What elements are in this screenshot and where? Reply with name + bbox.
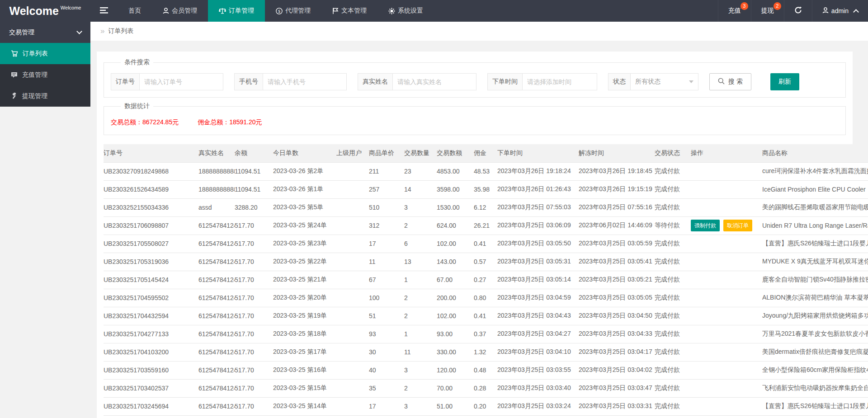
unfreeze-time-cell: 2023年03月26日 19:15:19	[579, 180, 655, 198]
trade-status-cell: 完成付款	[655, 289, 691, 307]
today-orders-cell: 2023-03-25 第14单	[273, 397, 336, 415]
order-time-cell: 2023年03月25日 03:06:09	[497, 216, 579, 235]
order-no-input[interactable]	[140, 73, 223, 90]
commission-cell: 6.12	[474, 198, 497, 216]
order-time-input[interactable]	[523, 73, 597, 90]
real-name-field: 真实姓名	[358, 73, 476, 90]
refresh-icon	[794, 6, 802, 15]
sidebar-collapse-button[interactable]	[90, 0, 118, 22]
sidebar-item-order-list[interactable]: 订单列表	[0, 43, 90, 64]
trade-status-cell: 完成付款	[655, 162, 691, 180]
unit-price-cell: 93	[369, 325, 404, 343]
order-time-cell: 2023年03月25日 03:05:31	[497, 253, 579, 271]
commission-cell: 35.98	[474, 180, 497, 198]
phone-input[interactable]	[263, 73, 347, 90]
order-time-cell: 2023年03月25日 03:03:40	[497, 379, 579, 397]
balance-cell: 11094.51	[235, 162, 273, 180]
svg-text:$: $	[278, 9, 281, 13]
breadcrumb: » 订单列表	[90, 22, 868, 41]
nav-item-members[interactable]: 会员管理	[152, 0, 208, 22]
real-name-cell: assd	[198, 198, 235, 216]
stats-panel-legend: 数据统计	[121, 102, 153, 110]
order-no-cell: UB2303251706098807	[104, 216, 198, 235]
sidebar-group-trade[interactable]: 交易管理	[0, 22, 90, 43]
nav-item-agents[interactable]: $ 代理管理	[265, 0, 321, 22]
product-name-cell: MYDUKE X 9真无线蓝牙耳机双耳迷你隐形	[762, 253, 868, 271]
product-name-cell: ALBION澳尔滨荷荷巴精华油 草本凝萃全身	[762, 289, 868, 307]
chevron-down-icon	[76, 28, 82, 34]
commission-cell: 0.20	[474, 397, 497, 415]
sidebar-group-label: 交易管理	[9, 28, 34, 37]
real-name-cell: 61254784124	[198, 235, 235, 253]
status-select[interactable]: 所有状态	[631, 73, 698, 90]
unit-price-cell: 17	[369, 235, 404, 253]
sidebar-item-recharge[interactable]: 充值管理	[0, 64, 90, 85]
nav-item-orders[interactable]: 订单管理	[208, 0, 265, 22]
today-orders-cell: 2023-03-25 第18单	[273, 325, 336, 343]
real-name-cell: 61254784124	[198, 325, 235, 343]
actions-cell	[691, 253, 762, 271]
refresh-button[interactable]: 刷新	[770, 73, 799, 90]
balance-cell: 11094.51	[235, 180, 273, 198]
force-pay-button[interactable]: 强制付款	[691, 220, 720, 231]
scales-icon	[219, 8, 226, 14]
cart-icon	[11, 50, 18, 57]
table-row: UB230325170309622761254784124517.702023-…	[104, 415, 868, 418]
today-orders-cell: 2023-03-25 第17单	[273, 343, 336, 361]
unit-price-cell: 17	[369, 397, 404, 415]
refresh-page-button[interactable]	[784, 0, 812, 22]
commission-cell: 0.80	[474, 289, 497, 307]
actions-cell	[691, 415, 762, 418]
real-name-input[interactable]	[393, 73, 476, 90]
parent-user-cell	[336, 235, 369, 253]
chevron-up-icon	[853, 9, 859, 15]
balance-cell: 517.70	[235, 271, 273, 289]
commission-cell: 0.48	[474, 361, 497, 379]
sidebar-item-label: 充值管理	[22, 71, 47, 79]
real-name-cell: 18888888888	[198, 162, 235, 180]
admin-username: admin	[831, 7, 849, 14]
commission-cell: 0.28	[474, 379, 497, 397]
trade-qty-cell: 6	[404, 235, 437, 253]
balance-cell: 3288.20	[235, 198, 273, 216]
trade-status-cell: 完成付款	[655, 180, 691, 198]
search-button[interactable]: 搜 索	[709, 73, 751, 90]
parent-user-cell	[336, 325, 369, 343]
table-row: UB230325170427713361254784124517.702023-…	[104, 325, 868, 343]
withdraw-button[interactable]: 提现 2	[751, 0, 784, 22]
order-no-label: 订单号	[111, 73, 140, 90]
product-name-cell: Joyoung/九阳烤箱家用烘焙烧烤箱多功能	[762, 307, 868, 325]
column-header: 真实姓名	[198, 144, 235, 162]
unit-price-cell: 30	[369, 343, 404, 361]
recharge-button[interactable]: 充值 3	[718, 0, 751, 22]
table-row: UB230325170514542461254784124517.702023-…	[104, 271, 868, 289]
trade-qty-cell: 2	[404, 216, 437, 235]
trade-amount-cell: 4853.00	[437, 162, 474, 180]
admin-menu[interactable]: admin	[812, 0, 868, 22]
total-trade-amount: 交易总额：867224.85元	[111, 118, 179, 127]
sidebar-item-withdraw[interactable]: 提现管理	[0, 85, 90, 107]
table-row: UB230325170340253761254784124517.702023-…	[104, 379, 868, 397]
trade-qty-cell: 23	[404, 162, 437, 180]
status-field: 状态 所有状态	[608, 73, 698, 90]
nav-item-label: 订单管理	[229, 7, 254, 15]
nav-item-home[interactable]: 首页	[118, 0, 152, 22]
table-row: UB230325170355916061254784124517.702023-…	[104, 361, 868, 379]
trade-amount-cell: 200.00	[437, 289, 474, 307]
column-header: 交易数额	[437, 144, 474, 162]
main-menu: 首页 会员管理 订单管理 $ 代理管理 文本管理 系统设置	[118, 0, 434, 22]
navbar-right: 充值 3 提现 2 admin	[718, 0, 868, 22]
parent-user-cell	[336, 271, 369, 289]
parent-user-cell	[336, 307, 369, 325]
nav-item-label: 代理管理	[285, 7, 311, 15]
user-icon	[822, 7, 829, 15]
cancel-order-button[interactable]: 取消订单	[723, 220, 752, 231]
flag-icon	[332, 8, 339, 14]
order-no-cell: UB2303251704277133	[104, 325, 198, 343]
parent-user-cell	[336, 162, 369, 180]
nav-item-texts[interactable]: 文本管理	[321, 0, 377, 22]
order-no-cell: UB2303251705508027	[104, 235, 198, 253]
nav-item-settings[interactable]: 系统设置	[377, 0, 434, 22]
trade-amount-cell: 102.00	[437, 235, 474, 253]
table-row: UB230325170609880761254784124517.702023-…	[104, 216, 868, 235]
